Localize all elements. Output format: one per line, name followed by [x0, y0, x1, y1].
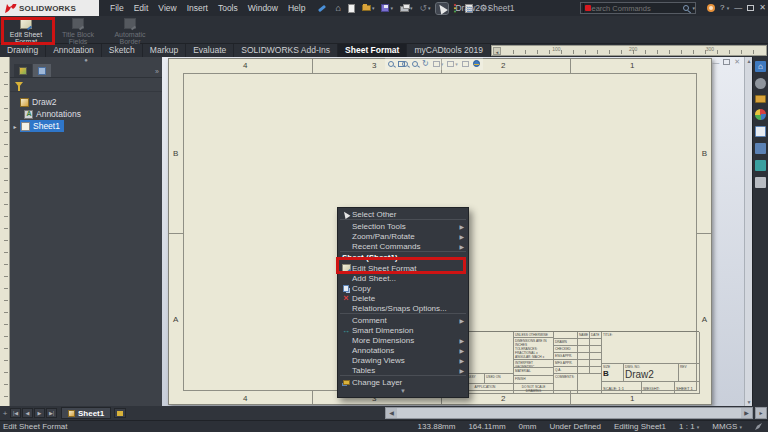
- graphics-viewport[interactable]: 4 3 2 1 4 3 2 1 B A B A NEXT ASSY USED O…: [162, 57, 752, 406]
- scroll-left-icon[interactable]: ◀: [386, 408, 397, 418]
- doc-close-icon[interactable]: ✕: [734, 58, 740, 66]
- title-bar: SOLIDWORKS File Edit View Insert Tools W…: [0, 0, 768, 16]
- next-sheet-icon[interactable]: ▶: [34, 408, 45, 418]
- ruler-button-icon[interactable]: ◂: [493, 47, 501, 55]
- last-sheet-icon[interactable]: ▶|: [46, 408, 57, 418]
- taskpane-view-palette-icon[interactable]: [755, 126, 766, 137]
- title-block-fields-button[interactable]: Title Block Fields: [52, 16, 104, 43]
- edit-sheet-format-button[interactable]: Edit Sheet Format: [0, 16, 52, 43]
- menu-item-smart-dimension[interactable]: ↔ Smart Dimension: [338, 325, 468, 335]
- panel-chevron-icon[interactable]: »: [155, 68, 159, 75]
- menu-item-zoom-pan-rotate[interactable]: Zoom/Pan/Rotate▶: [338, 231, 468, 241]
- taskpane-3d-content-central-icon[interactable]: [755, 78, 766, 89]
- tab-solidworks-addins[interactable]: SOLIDWORKS Add-Ins: [234, 44, 338, 57]
- menu-file[interactable]: File: [105, 0, 129, 16]
- scroll-right-icon[interactable]: ▶: [741, 408, 752, 418]
- tag-pen-icon[interactable]: [755, 423, 762, 430]
- horizontal-scrollbar[interactable]: ◀ ▶: [385, 407, 753, 419]
- vertical-scrollbar[interactable]: ▲ ▼: [744, 57, 752, 406]
- zone-label: 4: [243, 394, 247, 403]
- menu-edit[interactable]: Edit: [129, 0, 154, 16]
- menu-window[interactable]: Window: [243, 0, 283, 16]
- home-icon[interactable]: ⌂: [333, 2, 342, 14]
- display-style-icon[interactable]: ▾: [433, 61, 444, 67]
- add-sheet-tab-icon[interactable]: [114, 408, 126, 418]
- taskpane-custom-properties-icon[interactable]: [755, 143, 766, 154]
- menu-view[interactable]: View: [153, 0, 181, 16]
- menu-item-relations-snaps-options[interactable]: Relations/Snaps Options...: [338, 303, 468, 313]
- sheet1-tab[interactable]: Sheet1: [61, 407, 111, 419]
- tab-markup[interactable]: Markup: [143, 44, 186, 57]
- tree-item-annotations[interactable]: Annotations: [10, 108, 162, 120]
- sheet-scale-dropdown[interactable]: 1 : 1 ▾: [679, 422, 699, 431]
- scroll-down-icon[interactable]: ▼: [745, 399, 752, 405]
- taskpane-file-explorer-icon[interactable]: [755, 160, 766, 171]
- first-sheet-icon[interactable]: |◀: [10, 408, 21, 418]
- restore-button[interactable]: [747, 5, 754, 11]
- user-account-icon[interactable]: [707, 4, 715, 12]
- menu-item-recent-commands[interactable]: Recent Commands▶: [338, 241, 468, 251]
- save-icon[interactable]: ▾: [379, 3, 395, 13]
- menu-item-comment[interactable]: Comment▶: [338, 315, 468, 325]
- open-icon[interactable]: ▾: [360, 4, 377, 12]
- view-orientation-globe-icon[interactable]: [473, 60, 480, 67]
- search-icon[interactable]: [683, 5, 689, 11]
- help-button[interactable]: ? ▾: [720, 0, 729, 16]
- tab-evaluate[interactable]: Evaluate: [186, 44, 234, 57]
- hide-show-items-icon[interactable]: ▾: [447, 61, 458, 67]
- menu-item-edit-sheet-format[interactable]: Edit Sheet Format: [338, 263, 468, 273]
- edit-appearance-icon[interactable]: [462, 61, 469, 67]
- taskpane-forum-icon[interactable]: [755, 177, 766, 188]
- pane-splitter-icon[interactable]: +: [0, 409, 10, 418]
- tab-sheet-format[interactable]: Sheet Format: [338, 44, 407, 57]
- units-dropdown[interactable]: MMGS ▾: [712, 422, 742, 431]
- tree-item-draw2[interactable]: Draw2: [10, 96, 162, 108]
- search-dropdown-icon[interactable]: ▾: [692, 5, 695, 11]
- scrollbar-corner-icon[interactable]: ▸: [755, 407, 767, 419]
- menu-item-selection-tools[interactable]: Selection Tools▶: [338, 221, 468, 231]
- pin-menu-icon[interactable]: [314, 6, 330, 11]
- menu-expand-chevron-icon[interactable]: ▼: [338, 387, 468, 396]
- submenu-arrow-icon: ▶: [459, 357, 464, 364]
- menu-item-delete[interactable]: × Delete: [338, 293, 468, 303]
- automatic-border-button[interactable]: Automatic Border: [104, 16, 156, 43]
- menu-item-more-dimensions[interactable]: More Dimensions▶: [338, 335, 468, 345]
- menu-insert[interactable]: Insert: [182, 0, 213, 16]
- minimize-button[interactable]: —: [734, 0, 742, 16]
- menu-item-tables[interactable]: Tables▶: [338, 365, 468, 375]
- expand-arrow-icon[interactable]: ▸: [10, 123, 20, 130]
- property-manager-tab[interactable]: [33, 64, 51, 77]
- taskpane-design-library-icon[interactable]: [755, 95, 766, 103]
- zoom-to-fit-icon[interactable]: [388, 61, 394, 67]
- menu-help[interactable]: Help: [283, 0, 310, 16]
- new-document-icon[interactable]: [346, 3, 357, 14]
- tree-item-sheet1[interactable]: ▸ Sheet1: [10, 120, 162, 132]
- doc-restore-icon[interactable]: [723, 59, 730, 65]
- menu-item-drawing-views[interactable]: Drawing Views▶: [338, 355, 468, 365]
- tab-sketch[interactable]: Sketch: [102, 44, 143, 57]
- tab-drawing[interactable]: Drawing: [0, 44, 46, 57]
- filter-funnel-icon[interactable]: [15, 82, 23, 87]
- zoom-to-area-icon[interactable]: [398, 61, 408, 67]
- zoom-in-out-icon[interactable]: [412, 61, 418, 67]
- menu-tools[interactable]: Tools: [213, 0, 243, 16]
- taskpane-appearances-icon[interactable]: [755, 109, 766, 120]
- feature-tree-tab[interactable]: [14, 64, 32, 77]
- menu-item-copy[interactable]: Copy: [338, 283, 468, 293]
- menu-item-change-layer[interactable]: Change Layer: [338, 377, 468, 387]
- taskpane-resources-home-icon[interactable]: ⌂: [755, 61, 766, 72]
- search-input[interactable]: [586, 4, 683, 13]
- scrollbar-track[interactable]: [397, 408, 741, 418]
- scroll-up-icon[interactable]: ▲: [745, 58, 752, 64]
- tab-mycadtools[interactable]: myCADtools 2019: [407, 44, 491, 57]
- prev-sheet-icon[interactable]: ◀: [22, 408, 33, 418]
- menu-item-annotations[interactable]: Annotations▶: [338, 345, 468, 355]
- close-button[interactable]: ✕: [759, 0, 766, 16]
- doc-minimize-icon[interactable]: —: [712, 59, 719, 66]
- interpret-cell: INTERPRET GEOMETRIC TOLERANCING PER:: [514, 360, 554, 368]
- rotate-view-icon[interactable]: ↻: [422, 60, 429, 68]
- menu-item-select-other[interactable]: Select Other: [338, 209, 468, 219]
- document-window-controls: — ✕: [712, 58, 740, 66]
- menu-item-add-sheet[interactable]: Add Sheet...: [338, 273, 468, 283]
- tab-annotation[interactable]: Annotation: [46, 44, 102, 57]
